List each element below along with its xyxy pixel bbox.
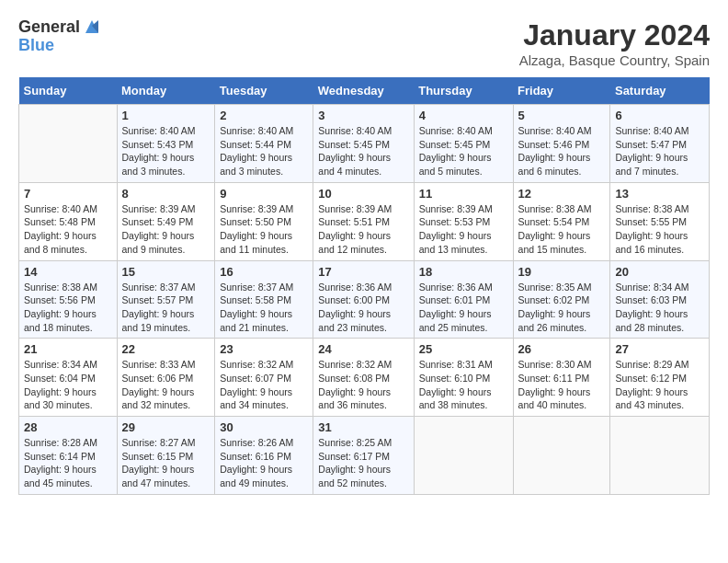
table-row: 25 Sunrise: 8:31 AM Sunset: 6:10 PM Dayl… [414,339,513,417]
day-daylight: Daylight: 9 hours and 43 minutes. [615,386,688,411]
day-sunset: Sunset: 5:45 PM [318,139,390,150]
day-daylight: Daylight: 9 hours and 38 minutes. [419,386,492,411]
day-number: 16 [220,265,308,279]
day-number: 5 [518,109,606,122]
day-sunrise: Sunrise: 8:28 AM [24,437,97,448]
day-sunset: Sunset: 6:10 PM [419,373,491,384]
table-row: 1 Sunrise: 8:40 AM Sunset: 5:43 PM Dayli… [117,105,215,183]
day-sunset: Sunset: 5:46 PM [518,139,590,150]
location-text: Alzaga, Basque Country, Spain [519,52,710,68]
day-sunrise: Sunrise: 8:35 AM [518,282,592,293]
day-sunset: Sunset: 5:43 PM [122,139,194,150]
day-sunrise: Sunrise: 8:36 AM [318,282,392,293]
table-row: 16 Sunrise: 8:37 AM Sunset: 5:58 PM Dayl… [215,260,313,339]
day-number: 24 [318,342,408,356]
table-row [19,105,118,183]
day-number: 19 [518,265,606,279]
header-tuesday: Tuesday [215,77,313,105]
day-daylight: Daylight: 9 hours and 34 minutes. [220,386,292,411]
day-daylight: Daylight: 9 hours and 15 minutes. [518,230,591,255]
table-row: 29 Sunrise: 8:27 AM Sunset: 6:15 PM Dayl… [117,417,215,495]
day-sunset: Sunset: 6:16 PM [220,451,291,462]
day-number: 15 [122,265,210,279]
day-sunrise: Sunrise: 8:38 AM [518,203,592,214]
day-sunrise: Sunrise: 8:40 AM [318,125,392,136]
table-row: 6 Sunrise: 8:40 AM Sunset: 5:47 PM Dayli… [610,105,710,183]
day-sunset: Sunset: 6:07 PM [220,373,291,384]
table-row: 22 Sunrise: 8:33 AM Sunset: 6:06 PM Dayl… [117,339,215,417]
day-number: 13 [615,187,704,201]
day-number: 30 [220,420,308,434]
day-number: 12 [518,187,606,201]
day-sunset: Sunset: 5:47 PM [615,139,687,150]
table-row [414,417,513,495]
table-row: 14 Sunrise: 8:38 AM Sunset: 5:56 PM Dayl… [19,260,118,339]
day-number: 7 [24,187,112,201]
day-sunset: Sunset: 5:51 PM [318,216,390,227]
day-daylight: Daylight: 9 hours and 28 minutes. [615,308,688,333]
day-sunset: Sunset: 6:03 PM [615,294,687,305]
day-sunrise: Sunrise: 8:40 AM [220,125,293,136]
day-daylight: Daylight: 9 hours and 12 minutes. [318,230,391,255]
day-sunset: Sunset: 5:57 PM [122,294,194,305]
day-sunrise: Sunrise: 8:32 AM [220,359,293,370]
day-sunset: Sunset: 5:50 PM [220,216,291,227]
day-daylight: Daylight: 9 hours and 11 minutes. [220,230,292,255]
table-row: 11 Sunrise: 8:39 AM Sunset: 5:53 PM Dayl… [414,182,513,260]
day-number: 14 [24,265,112,279]
day-sunrise: Sunrise: 8:39 AM [220,203,293,214]
day-daylight: Daylight: 9 hours and 8 minutes. [24,230,97,255]
day-number: 4 [419,109,508,122]
day-number: 1 [122,109,210,122]
table-row: 24 Sunrise: 8:32 AM Sunset: 6:08 PM Dayl… [313,339,414,417]
day-daylight: Daylight: 9 hours and 25 minutes. [419,308,492,333]
day-daylight: Daylight: 9 hours and 4 minutes. [318,152,391,177]
day-sunrise: Sunrise: 8:27 AM [122,437,196,448]
table-row: 23 Sunrise: 8:32 AM Sunset: 6:07 PM Dayl… [215,339,313,417]
day-daylight: Daylight: 9 hours and 52 minutes. [318,464,391,488]
logo-blue-text: Blue [18,37,102,55]
calendar-week-row: 1 Sunrise: 8:40 AM Sunset: 5:43 PM Dayli… [19,105,710,183]
day-number: 6 [615,109,704,122]
day-number: 20 [615,265,704,279]
table-row: 27 Sunrise: 8:29 AM Sunset: 6:12 PM Dayl… [610,339,710,417]
table-row [610,417,710,495]
day-daylight: Daylight: 9 hours and 26 minutes. [518,308,591,333]
day-sunrise: Sunrise: 8:34 AM [24,359,97,370]
day-sunrise: Sunrise: 8:31 AM [419,359,493,370]
day-sunrise: Sunrise: 8:36 AM [419,282,493,293]
header-monday: Monday [117,77,215,105]
day-number: 26 [518,342,606,356]
day-number: 9 [220,187,308,201]
day-sunrise: Sunrise: 8:30 AM [518,359,592,370]
day-number: 25 [419,342,508,356]
day-number: 23 [220,342,308,356]
logo-general-text: General [18,18,80,37]
table-row: 7 Sunrise: 8:40 AM Sunset: 5:48 PM Dayli… [19,182,118,260]
day-daylight: Daylight: 9 hours and 3 minutes. [220,152,292,177]
table-row [513,417,610,495]
day-daylight: Daylight: 9 hours and 49 minutes. [220,464,292,488]
day-sunrise: Sunrise: 8:37 AM [122,282,196,293]
calendar-week-row: 28 Sunrise: 8:28 AM Sunset: 6:14 PM Dayl… [19,417,710,495]
calendar-header-row: Sunday Monday Tuesday Wednesday Thursday… [19,77,710,105]
day-sunset: Sunset: 6:08 PM [318,373,390,384]
day-sunset: Sunset: 5:56 PM [24,294,96,305]
table-row: 26 Sunrise: 8:30 AM Sunset: 6:11 PM Dayl… [513,339,610,417]
day-sunrise: Sunrise: 8:38 AM [24,282,97,293]
table-row: 19 Sunrise: 8:35 AM Sunset: 6:02 PM Dayl… [513,260,610,339]
day-number: 18 [419,265,508,279]
day-sunrise: Sunrise: 8:34 AM [615,282,688,293]
header-sunday: Sunday [19,77,118,105]
day-sunrise: Sunrise: 8:37 AM [220,282,293,293]
header-thursday: Thursday [414,77,513,105]
table-row: 30 Sunrise: 8:26 AM Sunset: 6:16 PM Dayl… [215,417,313,495]
calendar-week-row: 7 Sunrise: 8:40 AM Sunset: 5:48 PM Dayli… [19,182,710,260]
day-number: 2 [220,109,308,122]
day-daylight: Daylight: 9 hours and 9 minutes. [122,230,195,255]
page-header: General Blue January 2024 Alzaga, Basque… [18,18,710,68]
day-daylight: Daylight: 9 hours and 21 minutes. [220,308,292,333]
day-sunrise: Sunrise: 8:38 AM [615,203,688,214]
day-number: 11 [419,187,508,201]
header-saturday: Saturday [610,77,710,105]
